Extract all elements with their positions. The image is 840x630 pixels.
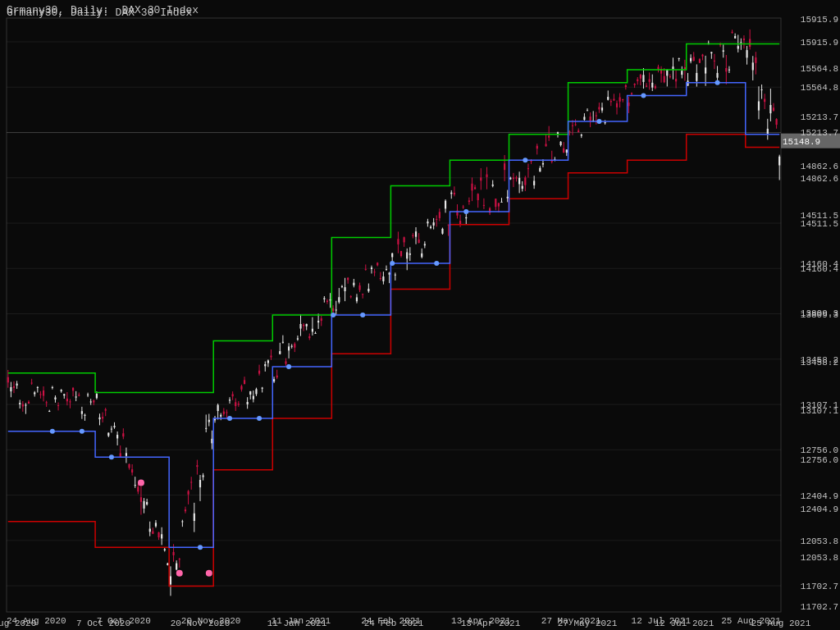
- price-tick: 11702.7: [783, 602, 838, 612]
- price-tick: 12756.0: [783, 455, 838, 465]
- time-tick: 7 Oct 2020: [97, 616, 151, 626]
- time-tick: 25 Aug 2021: [721, 616, 781, 626]
- price-tick: 13107.1: [783, 406, 838, 416]
- time-axis: 24 Aug 20207 Oct 202020 Nov 202011 Jan 2…: [7, 612, 781, 630]
- time-tick: 20 Nov 2020: [181, 616, 241, 626]
- price-axis: 15915.915564.815213.714862.614511.514160…: [783, 0, 840, 630]
- price-tick: 14160.4: [783, 259, 838, 269]
- price-tick: 13458.2: [783, 358, 838, 368]
- time-tick: 24 Feb 2021: [361, 616, 421, 626]
- price-tick: 14511.5: [783, 211, 838, 221]
- price-tick: 12404.9: [783, 504, 838, 514]
- time-tick: 24 Aug 2020: [7, 616, 66, 626]
- price-tick: 15564.8: [783, 64, 838, 74]
- price-tick: 14862.6: [783, 162, 838, 171]
- time-tick: 12 Jul 2021: [632, 616, 692, 626]
- price-tick: 12053.8: [783, 553, 838, 563]
- price-tick: 13809.3: [783, 308, 838, 318]
- chart-container: Grmany30, Daily: DAX 30 Index 15915.9155…: [0, 0, 840, 630]
- price-tick: 15213.7: [783, 112, 838, 122]
- chart-title: Grmany30, Daily: DAX 30 Index: [7, 7, 192, 19]
- time-tick: 27 May 2021: [541, 616, 601, 626]
- price-tick: 15915.9: [783, 15, 838, 25]
- time-tick: 11 Jan 2021: [272, 616, 331, 626]
- time-tick: 13 Apr 2021: [451, 616, 511, 626]
